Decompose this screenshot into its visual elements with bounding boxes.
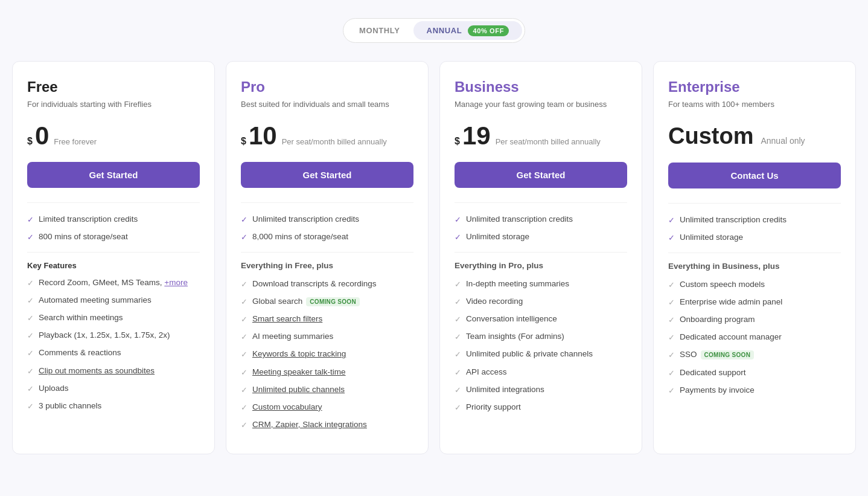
- check-icon: ✓: [668, 332, 675, 343]
- basic-feature: ✓ Unlimited transcription credits: [668, 214, 841, 226]
- extra-feature: ✓ Keywords & topic tracking: [241, 349, 413, 360]
- check-icon: ✓: [27, 348, 34, 359]
- extra-feature: ✓ Enterprise wide admin panel: [668, 297, 841, 308]
- extra-feature: ✓ Dedicated support: [668, 367, 841, 379]
- extra-feature: ✓ Download transcripts & recordings: [241, 279, 413, 290]
- extra-feature: ✓ CRM, Zapier, Slack integrations: [241, 419, 413, 431]
- basic-features-business: ✓ Unlimited transcription credits ✓ Unli…: [455, 202, 627, 243]
- check-icon: ✓: [27, 366, 34, 377]
- everything-plus-pro: Everything in Free, plus: [241, 261, 413, 270]
- check-icon: ✓: [27, 330, 34, 341]
- check-icon: ✓: [668, 385, 675, 396]
- coming-soon-badge: COMING SOON: [306, 297, 360, 306]
- check-icon: ✓: [27, 401, 34, 412]
- check-icon: ✓: [668, 280, 675, 291]
- extra-feature: ✓ API access: [455, 367, 627, 378]
- basic-feature: ✓ Unlimited storage: [668, 232, 841, 243]
- extra-feature: ✓ Onboarding program: [668, 314, 841, 326]
- key-feature: ✓ Clip out moments as soundbites: [27, 366, 200, 377]
- billing-toggle: MONTHLY ANNUAL 40% OFF: [12, 18, 856, 43]
- plan-desc-business: Manage your fast growing team or busines…: [455, 99, 627, 110]
- extra-feature: ✓ Custom vocabulary: [241, 402, 413, 413]
- plans-grid: FreeFor individuals starting with Firefl…: [12, 61, 856, 454]
- cta-button-pro[interactable]: Get Started: [241, 162, 413, 188]
- check-icon: ✓: [27, 295, 34, 306]
- plan-price-pro: $ 10 Per seat/month billed annually: [241, 123, 413, 149]
- cta-button-free[interactable]: Get Started: [27, 162, 200, 188]
- check-icon: ✓: [668, 297, 675, 308]
- discount-badge: 40% OFF: [468, 25, 509, 36]
- check-icon: ✓: [455, 349, 461, 360]
- extra-feature: ✓ Meeting speaker talk-time: [241, 367, 413, 378]
- extra-feature: ✓ In-depth meeting summaries: [455, 279, 627, 290]
- plan-name-business: Business: [455, 79, 627, 95]
- check-icon: ✓: [455, 214, 461, 225]
- plan-price-free: $ 0 Free forever: [27, 123, 200, 149]
- check-icon: ✓: [27, 232, 34, 243]
- check-icon: ✓: [241, 332, 247, 343]
- basic-feature: ✓ 800 mins of storage/seat: [27, 231, 200, 243]
- check-icon: ✓: [241, 402, 247, 413]
- divider: [668, 253, 841, 253]
- check-icon: ✓: [27, 384, 34, 395]
- cta-button-enterprise[interactable]: Contact Us: [668, 163, 841, 188]
- extra-feature: ✓ AI meeting summaries: [241, 331, 413, 343]
- plan-desc-pro: Best suited for individuals and small te…: [241, 99, 413, 110]
- plan-name-enterprise: Enterprise: [668, 79, 841, 95]
- basic-features-free: ✓ Limited transcription credits ✓ 800 mi…: [27, 202, 200, 243]
- plan-card-free: FreeFor individuals starting with Firefl…: [12, 61, 215, 454]
- key-feature: ✓ Search within meetings: [27, 312, 200, 324]
- check-icon: ✓: [455, 332, 461, 343]
- check-icon: ✓: [241, 314, 247, 325]
- more-link[interactable]: +more: [164, 278, 188, 287]
- check-icon: ✓: [455, 402, 461, 413]
- extra-feature: ✓ Custom speech models: [668, 279, 841, 291]
- extra-feature: ✓ Priority support: [455, 402, 627, 413]
- monthly-toggle[interactable]: MONTHLY: [346, 21, 413, 40]
- check-icon: ✓: [668, 350, 675, 361]
- check-icon: ✓: [27, 313, 34, 324]
- extra-feature: ✓ Global searchCOMING SOON: [241, 296, 413, 308]
- check-icon: ✓: [455, 367, 461, 378]
- check-icon: ✓: [241, 297, 247, 308]
- basic-features-enterprise: ✓ Unlimited transcription credits ✓ Unli…: [668, 203, 841, 243]
- extra-feature: ✓ Video recording: [455, 296, 627, 308]
- basic-feature: ✓ Unlimited storage: [455, 231, 627, 243]
- extra-feature: ✓ Unlimited public & private channels: [455, 349, 627, 360]
- divider: [241, 252, 413, 253]
- everything-plus-business: Everything in Pro, plus: [455, 261, 627, 270]
- plan-card-business: BusinessManage your fast growing team or…: [439, 61, 642, 454]
- check-icon: ✓: [668, 368, 675, 379]
- plan-name-pro: Pro: [241, 79, 413, 95]
- basic-features-pro: ✓ Unlimited transcription credits ✓ 8,00…: [241, 202, 413, 243]
- divider: [27, 252, 200, 253]
- check-icon: ✓: [455, 232, 461, 243]
- extra-feature: ✓ Team insights (For admins): [455, 331, 627, 343]
- check-icon: ✓: [455, 279, 461, 290]
- check-icon: ✓: [668, 233, 675, 243]
- plan-card-enterprise: EnterpriseFor teams with 100+ members Cu…: [653, 61, 856, 454]
- extra-feature: ✓ Conversation intelligence: [455, 314, 627, 325]
- key-feature: ✓ Automated meeting summaries: [27, 295, 200, 306]
- basic-feature: ✓ Unlimited transcription credits: [455, 214, 627, 225]
- coming-soon-badge: COMING SOON: [701, 350, 755, 359]
- check-icon: ✓: [455, 297, 461, 308]
- basic-feature: ✓ Unlimited transcription credits: [241, 214, 413, 225]
- extra-feature: ✓ Payments by invoice: [668, 385, 841, 396]
- plan-desc-free: For individuals starting with Fireflies: [27, 99, 200, 110]
- check-icon: ✓: [241, 214, 247, 225]
- plan-name-free: Free: [27, 79, 200, 95]
- plan-desc-enterprise: For teams with 100+ members: [668, 99, 841, 110]
- everything-plus-enterprise: Everything in Business, plus: [668, 262, 841, 271]
- check-icon: ✓: [241, 367, 247, 378]
- extra-feature: ✓ Unlimited integrations: [455, 384, 627, 396]
- check-icon: ✓: [668, 315, 675, 326]
- check-icon: ✓: [241, 279, 247, 290]
- cta-button-business[interactable]: Get Started: [455, 162, 627, 188]
- plan-card-pro: ProBest suited for individuals and small…: [226, 61, 429, 454]
- key-feature: ✓ 3 public channels: [27, 401, 200, 412]
- annual-toggle[interactable]: ANNUAL 40% OFF: [413, 21, 522, 40]
- check-icon: ✓: [455, 314, 461, 325]
- divider: [455, 252, 627, 253]
- basic-feature: ✓ 8,000 mins of storage/seat: [241, 231, 413, 243]
